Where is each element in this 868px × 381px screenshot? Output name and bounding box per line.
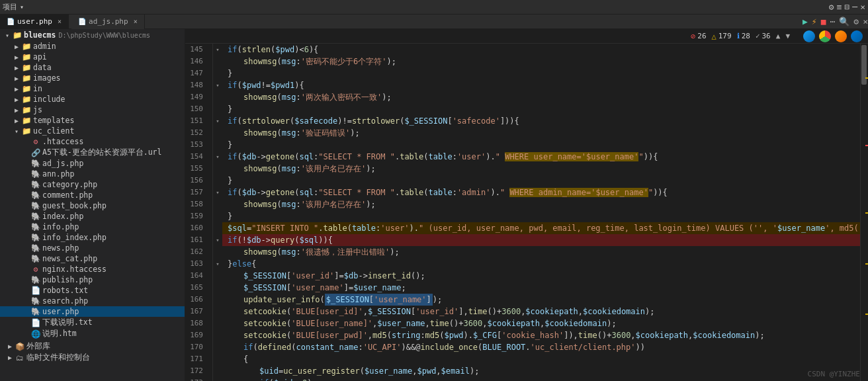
fold-161[interactable]: ▾ <box>213 234 222 246</box>
toolbar-icon-split[interactable]: ⊟ <box>845 2 850 12</box>
toolbar-icon-list[interactable]: ≡ <box>837 2 842 12</box>
sidebar-item-api[interactable]: ▶ 📁 api <box>0 52 185 62</box>
warning-count-item[interactable]: △ 179 <box>712 32 732 41</box>
tab-close-button[interactable]: × <box>58 18 62 25</box>
toolbar-icon-settings[interactable]: ⚙ <box>829 2 834 12</box>
fold-148[interactable]: ▾ <box>213 79 222 91</box>
fold-171 <box>213 353 222 365</box>
sidebar-item-uc-client[interactable]: ▾ 📁 uc_client <box>0 126 185 136</box>
sidebar-item-shuoming[interactable]: 🌐 说明.htm <box>0 328 185 339</box>
window-close-icon[interactable]: × <box>863 17 868 26</box>
fold-163[interactable]: ▾ <box>213 258 222 270</box>
sidebar-item-xiazai[interactable]: 📄 下载说明.txt <box>0 317 185 328</box>
folder-icon-js: 📁 <box>21 105 32 114</box>
ln-158: 158 <box>185 198 207 210</box>
stop-icon[interactable]: ■ <box>821 17 826 26</box>
fold-160 <box>213 222 222 234</box>
sidebar-item-info-index[interactable]: 🐘 info_index.php <box>0 232 185 243</box>
sidebar-item-nginx[interactable]: ⚙ nginx.htaccess <box>0 264 185 275</box>
collapse-icon[interactable]: ▼ <box>785 32 790 40</box>
file-icon-ann: 🐘 <box>30 169 41 179</box>
tab-user-php[interactable]: 📄 user.php × <box>0 15 69 29</box>
sidebar-item-admin[interactable]: ▶ 📁 admin <box>0 41 185 52</box>
sidebar-item-templates[interactable]: ▶ 📁 templates <box>0 115 185 126</box>
sidebar-item-in[interactable]: ▶ 📁 in <box>0 83 185 94</box>
file-icon-a5: 🔗 <box>30 148 41 157</box>
run-icon[interactable]: ▶ <box>803 17 808 26</box>
sidebar-item-info[interactable]: 🐘 info.php <box>0 222 185 232</box>
other-count-item[interactable]: ✓ 36 <box>756 32 771 40</box>
info-count-item[interactable]: ℹ 28 <box>737 32 750 40</box>
sidebar-item-linshi[interactable]: ▶ 🗂 临时文件和控制台 <box>0 352 185 363</box>
toolbar-icon-close[interactable]: × <box>860 2 865 12</box>
tab-close-button2[interactable]: × <box>134 18 138 25</box>
fold-157[interactable]: ▾ <box>213 187 222 198</box>
sidebar-item-news[interactable]: 🐘 news.php <box>0 243 185 253</box>
fold-170 <box>213 341 222 353</box>
browser-edge-icon[interactable] <box>851 30 863 42</box>
code-line-172: $uid = uc_user_register($user_name, $pwd… <box>222 365 868 377</box>
sidebar-item-include[interactable]: ▶ 📁 include <box>0 94 185 105</box>
minimap-error-line <box>865 145 868 146</box>
sidebar-item-a5[interactable]: 🔗 A5下载-更全的站长资源平台.url <box>0 147 185 158</box>
sidebar-item-ad-js[interactable]: 🐘 ad_js.php <box>0 158 185 169</box>
sidebar-item-publish[interactable]: 🐘 publish.php <box>0 275 185 285</box>
sidebar-item-js[interactable]: ▶ 📁 js <box>0 105 185 115</box>
expand-icon[interactable]: ▲ <box>776 32 781 40</box>
file-icon-shuoming: 🌐 <box>30 329 41 339</box>
fold-173[interactable]: ▾ <box>213 377 222 381</box>
info-icon: ℹ <box>737 32 740 40</box>
file-icon-guest-book: 🐘 <box>30 201 41 210</box>
code-line-149: showmsg( msg: '两次输入密码不一致'); <box>222 91 868 103</box>
folder-icon-data: 📁 <box>21 63 32 72</box>
code-lines: if(strlen($pwd) < 6){ showmsg( msg: '密码不… <box>222 44 868 381</box>
sidebar-item-search[interactable]: 🐘 search.php <box>0 296 185 306</box>
sidebar-item-index[interactable]: 🐘 index.php <box>0 211 185 222</box>
code-line-148: if($pwd != $pwd1){ <box>222 79 868 91</box>
sidebar-item-news-cat[interactable]: 🐘 news_cat.php <box>0 253 185 264</box>
code-line-146: showmsg( msg: '密码不能少于6个字符'); <box>222 56 868 67</box>
browser-firefox-icon[interactable] <box>835 30 847 42</box>
fold-151[interactable]: ▾ <box>213 115 222 127</box>
browser-chrome-icon[interactable] <box>819 30 831 42</box>
sidebar-root[interactable]: ▾ 📁 bluecms D:\phpStudy\WWW\bluecms <box>0 29 185 41</box>
code-container[interactable]: 145 146 147 148 149 150 151 152 153 154 … <box>185 44 868 381</box>
browser-run-icons: ▶ ⚡ ■ ⋯ 🔍 ⚙ × <box>803 17 868 26</box>
sidebar-item-data[interactable]: ▶ 📁 data <box>0 62 185 73</box>
ln-149: 149 <box>185 91 207 103</box>
settings2-icon[interactable]: ⚙ <box>853 17 859 26</box>
browser-ie-icon[interactable] <box>803 30 815 42</box>
sidebar-item-waibu[interactable]: ▶ 📦 外部库 <box>0 341 185 352</box>
sidebar-item-images[interactable]: ▶ 📁 images <box>0 73 185 83</box>
search-icon[interactable]: 🔍 <box>839 17 849 26</box>
error-count-item[interactable]: ⊘ 26 <box>691 32 706 41</box>
code-line-171: { <box>222 353 868 365</box>
top-bar: 项目 ▾ ⚙ ≡ ⊟ ─ × <box>0 0 868 15</box>
code-line-160: $sql = "INSERT INTO ".table( table: 'use… <box>222 222 868 234</box>
browser-icons-bar <box>803 30 863 42</box>
sidebar-item-guest-book[interactable]: 🐘 guest_book.php <box>0 200 185 211</box>
sidebar-item-category[interactable]: 🐘 category.php <box>0 179 185 190</box>
file-icon-nginx: ⚙ <box>30 265 41 274</box>
fold-154[interactable]: ▾ <box>213 151 222 163</box>
file-icon-comment: 🐘 <box>30 190 41 200</box>
sidebar-item-comment[interactable]: 🐘 comment.php <box>0 190 185 200</box>
debug-icon[interactable]: ⚡ <box>812 17 817 26</box>
minimap-scrollbar[interactable] <box>860 44 868 381</box>
tab-ad-js-php[interactable]: 📄 ad_js.php × <box>71 15 145 29</box>
sidebar-item-robots[interactable]: 📄 robots.txt <box>0 285 185 296</box>
sidebar-item-ann[interactable]: 🐘 ann.php <box>0 169 185 179</box>
ln-168: 168 <box>185 318 207 329</box>
file-icon-xiazai: 📄 <box>30 318 41 327</box>
temp-files-icon: 🗂 <box>15 353 25 362</box>
fold-152 <box>213 127 222 139</box>
external-lib-icon: 📦 <box>15 342 25 351</box>
sidebar-item-user[interactable]: 🐘 user.php <box>0 306 185 317</box>
more-icon[interactable]: ⋯ <box>830 17 836 26</box>
fold-145[interactable]: ▾ <box>213 44 222 56</box>
dropdown-arrow[interactable]: ▾ <box>20 3 24 11</box>
code-line-162: showmsg( msg: '很遗憾，注册中出错啦'); <box>222 246 868 258</box>
file-icon-htaccess: ⚙ <box>30 137 41 146</box>
toolbar-icon-minus[interactable]: ─ <box>852 2 857 12</box>
sidebar-item-htaccess[interactable]: ⚙ .htaccess <box>0 136 185 147</box>
